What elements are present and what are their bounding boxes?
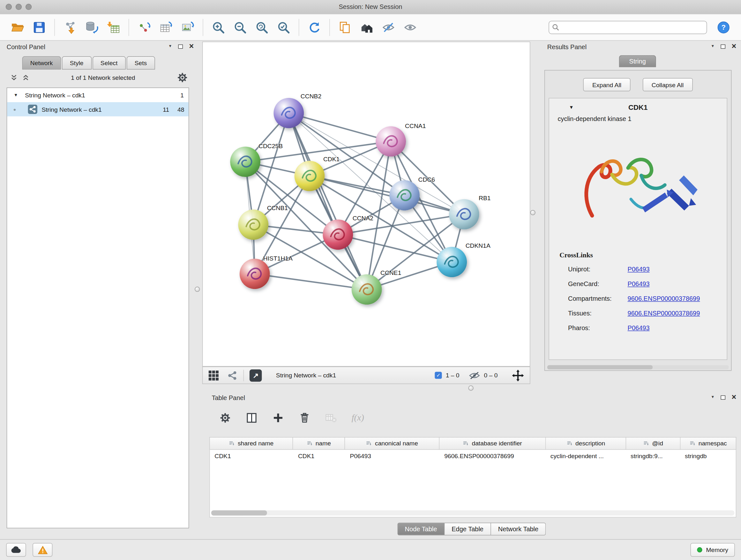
- cloud-status-button[interactable]: [6, 543, 26, 557]
- crosslink-link[interactable]: P06493: [628, 266, 650, 273]
- network-node-rb1[interactable]: [449, 199, 479, 230]
- close-window-icon[interactable]: [6, 4, 12, 10]
- network-node-cdc6[interactable]: [389, 180, 420, 210]
- open-in-new-window-button[interactable]: ↗: [250, 369, 262, 381]
- column-header-description[interactable]: description: [546, 437, 626, 450]
- table-cell[interactable]: stringdb:9...: [626, 453, 680, 460]
- tab-edge-table[interactable]: Edge Table: [445, 523, 491, 536]
- tab-select[interactable]: Select: [92, 56, 126, 69]
- column-header-database-identifier[interactable]: database identifier: [440, 437, 546, 450]
- grid-view-icon[interactable]: [208, 370, 219, 381]
- export-image-icon[interactable]: [177, 17, 199, 38]
- network-node-ccna2[interactable]: [323, 219, 353, 250]
- new-network-icon[interactable]: [133, 17, 155, 38]
- table-row[interactable]: CDK1CDK1P064939606.ENSP00000378699cyclin…: [210, 450, 736, 462]
- save-session-icon[interactable]: [28, 17, 50, 38]
- pan-move-icon[interactable]: [512, 369, 524, 381]
- open-session-icon[interactable]: [7, 17, 28, 38]
- tab-node-table[interactable]: Node Table: [397, 523, 445, 536]
- hidden-elements-icon[interactable]: [469, 371, 480, 380]
- network-options-gear-icon[interactable]: [177, 72, 188, 83]
- table-cell[interactable]: cyclin-dependent ...: [546, 453, 626, 460]
- table-settings-gear-icon[interactable]: [219, 412, 231, 424]
- network-collection-row[interactable]: ▼ String Network – cdk1 1: [7, 88, 189, 102]
- network-node-ccnb2[interactable]: [273, 98, 304, 128]
- panel-float-icon[interactable]: [721, 395, 725, 399]
- help-icon[interactable]: ?: [713, 17, 734, 38]
- network-node-ccnb1[interactable]: [238, 209, 268, 240]
- panel-close-icon[interactable]: ×: [189, 43, 194, 50]
- crosslink-link[interactable]: P06493: [628, 324, 650, 331]
- tab-sets[interactable]: Sets: [126, 56, 155, 69]
- delete-column-icon[interactable]: [299, 412, 311, 424]
- results-scrollbar[interactable]: [547, 365, 729, 369]
- selected-nodes-checkbox[interactable]: ✓: [435, 372, 442, 379]
- zoom-selected-icon[interactable]: [273, 17, 294, 38]
- left-splitter-handle[interactable]: [195, 287, 200, 292]
- column-header--id[interactable]: @id: [626, 437, 680, 450]
- search-input[interactable]: [549, 20, 707, 34]
- crosslink-link[interactable]: P06493: [628, 280, 650, 287]
- crosslink-link[interactable]: 9606.ENSP00000378699: [628, 295, 700, 302]
- tree-disclosure-icon[interactable]: ▼: [14, 92, 18, 98]
- network-node-ccna1[interactable]: [376, 126, 406, 157]
- home-networks-icon[interactable]: [356, 17, 378, 38]
- table-cell[interactable]: CDK1: [210, 453, 293, 460]
- new-table-icon[interactable]: [155, 17, 177, 38]
- panel-menu-icon[interactable]: ▼: [711, 395, 715, 399]
- network-node-cdc25b[interactable]: [230, 146, 260, 177]
- tab-network[interactable]: Network: [22, 56, 61, 69]
- column-header-name[interactable]: name: [293, 437, 345, 450]
- add-column-icon[interactable]: [272, 412, 284, 424]
- section-disclosure-icon[interactable]: ▼: [569, 105, 574, 110]
- panel-menu-icon[interactable]: ▼: [711, 44, 715, 48]
- panel-close-icon[interactable]: ×: [731, 43, 736, 50]
- network-edge[interactable]: [289, 113, 367, 290]
- import-network-icon[interactable]: [59, 17, 81, 38]
- maximize-window-icon[interactable]: [25, 4, 31, 10]
- show-columns-icon[interactable]: [246, 412, 258, 424]
- memory-button[interactable]: Memory: [690, 543, 735, 557]
- network-node-ccne1[interactable]: [352, 274, 382, 305]
- zoom-in-icon[interactable]: [207, 17, 229, 38]
- collapse-all-icon[interactable]: [10, 74, 17, 81]
- expand-all-icon[interactable]: [22, 74, 29, 81]
- tab-string[interactable]: String: [619, 55, 656, 67]
- panel-float-icon[interactable]: [721, 44, 725, 49]
- crosslink-link[interactable]: 9606.ENSP00000378699: [628, 310, 700, 317]
- hide-annotations-icon[interactable]: [378, 17, 399, 38]
- panel-float-icon[interactable]: [178, 44, 183, 49]
- column-header-shared-name[interactable]: shared name: [209, 437, 293, 450]
- network-node-cdk1[interactable]: [294, 161, 325, 191]
- refresh-icon[interactable]: [304, 17, 325, 38]
- table-cell[interactable]: P06493: [345, 453, 440, 460]
- warning-status-button[interactable]: [32, 543, 52, 557]
- import-table-icon[interactable]: [103, 17, 124, 38]
- zoom-out-icon[interactable]: [229, 17, 251, 38]
- table-cell[interactable]: CDK1: [293, 453, 345, 460]
- network-node-hist1h1a[interactable]: [240, 259, 270, 289]
- network-edge[interactable]: [310, 176, 464, 214]
- column-header-canonical-name[interactable]: canonical name: [345, 437, 440, 450]
- network-node-cdkn1a[interactable]: [436, 247, 467, 277]
- network-row[interactable]: ● String Network – cdk1 11 48: [7, 102, 189, 116]
- show-graphics-icon[interactable]: [399, 17, 421, 38]
- horizontal-splitter-handle[interactable]: [468, 385, 474, 390]
- import-network-from-database-icon[interactable]: [81, 17, 103, 38]
- expand-all-button[interactable]: Expand All: [583, 78, 630, 91]
- table-cell[interactable]: stringdb: [680, 453, 736, 460]
- right-splitter-handle[interactable]: [530, 210, 536, 215]
- copy-document-icon[interactable]: [334, 17, 356, 38]
- table-scrollbar[interactable]: [211, 510, 734, 515]
- collapse-all-button[interactable]: Collapse All: [643, 78, 693, 91]
- table-cell[interactable]: 9606.ENSP00000378699: [440, 453, 546, 460]
- column-header-namespac[interactable]: namespac: [680, 437, 736, 450]
- zoom-fit-icon[interactable]: [251, 17, 273, 38]
- tab-style[interactable]: Style: [62, 56, 91, 69]
- network-canvas[interactable]: CCNB2CCNA1CDC25BCDK1CDC6RB1CCNB1CCNA2CDK…: [202, 42, 530, 367]
- tab-network-table[interactable]: Network Table: [491, 523, 546, 536]
- panel-close-icon[interactable]: ×: [731, 394, 736, 401]
- minimize-window-icon[interactable]: [16, 4, 22, 10]
- network-share-icon[interactable]: [227, 370, 238, 381]
- network-edge[interactable]: [255, 274, 367, 290]
